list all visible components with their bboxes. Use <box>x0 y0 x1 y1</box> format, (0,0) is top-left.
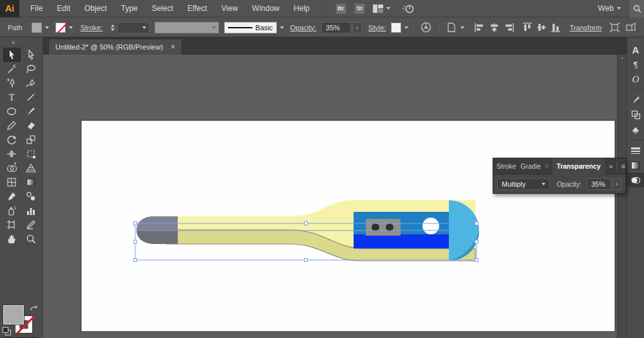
type-tool[interactable]: T <box>3 90 21 104</box>
paintbrush-tool[interactable] <box>23 104 40 118</box>
perspective-grid-tool[interactable] <box>23 161 40 175</box>
lasso-tool[interactable] <box>23 62 40 76</box>
stroke-swatch[interactable] <box>55 23 66 33</box>
valign-bottom-button[interactable] <box>551 23 560 32</box>
align-center-button[interactable] <box>489 23 499 32</box>
opacity-link[interactable]: Opacity: <box>290 24 316 32</box>
default-fill-stroke-icon[interactable] <box>3 327 11 335</box>
opacity-field[interactable]: 35% <box>321 22 351 33</box>
vertical-scrollbar[interactable]: ^ <box>617 55 627 338</box>
chevron-down-icon[interactable] <box>69 26 73 29</box>
zoom-tool[interactable] <box>23 232 40 246</box>
blend-tool[interactable] <box>23 189 40 203</box>
button-dot-left[interactable] <box>372 223 379 231</box>
swap-fill-stroke-icon[interactable] <box>29 305 38 313</box>
paragraph-panel-button[interactable]: ¶ <box>627 57 644 72</box>
valign-top-button[interactable] <box>523 23 532 32</box>
workspace-switcher[interactable]: Web <box>598 4 621 13</box>
chevron-down-icon[interactable] <box>45 26 49 29</box>
magic-wand-tool[interactable] <box>3 62 21 76</box>
blend-mode-dropdown[interactable]: Multiply <box>497 178 550 190</box>
style-swatch[interactable] <box>391 23 401 33</box>
label-button-panel-shape[interactable] <box>366 219 401 236</box>
panel-menu-icon[interactable]: ≡ <box>621 162 625 170</box>
valign-middle-button[interactable] <box>537 23 546 32</box>
panel-opacity-field[interactable]: 35% <box>587 178 611 190</box>
pen-tool[interactable] <box>3 76 21 90</box>
button-dot-right[interactable] <box>386 223 393 231</box>
width-profile-dropdown[interactable] <box>155 22 219 33</box>
handle-top-center[interactable] <box>305 222 308 225</box>
ellipse-tool[interactable] <box>3 104 21 118</box>
arrange-documents-button[interactable] <box>373 5 390 13</box>
slice-tool[interactable] <box>23 218 40 232</box>
width-tool[interactable] <box>3 147 21 161</box>
stock-button[interactable]: St <box>354 3 365 14</box>
brush-definition-dropdown[interactable]: Basic <box>224 22 277 33</box>
close-icon[interactable]: × <box>171 42 175 52</box>
bridge-button[interactable]: Br <box>336 3 346 14</box>
curvature-tool[interactable] <box>23 76 40 90</box>
menu-file[interactable]: File <box>23 0 50 17</box>
menu-object[interactable]: Object <box>77 0 114 17</box>
artboard-canvas[interactable] <box>43 55 617 338</box>
transparency-panel-button[interactable] <box>627 173 644 187</box>
tab-stroke[interactable]: Stroke <box>497 162 516 170</box>
collapse-panel-button[interactable]: « <box>0 37 43 46</box>
eyedropper-tool[interactable] <box>3 189 21 203</box>
free-transform-tool[interactable] <box>23 147 40 161</box>
column-graph-tool[interactable] <box>23 203 40 218</box>
handle-bottom-left[interactable] <box>134 259 137 262</box>
menu-edit[interactable]: Edit <box>50 0 77 17</box>
menu-help[interactable]: Help <box>287 0 317 17</box>
chevron-down-icon[interactable] <box>280 26 284 29</box>
symbol-sprayer-tool[interactable] <box>3 203 21 218</box>
isolate-selected-object-button[interactable] <box>446 22 464 33</box>
document-tab[interactable]: Untitled-2* @ 50% (RGB/Preview) × <box>48 39 182 55</box>
opentype-panel-button[interactable]: O <box>627 72 644 87</box>
scroll-up-icon[interactable]: ^ <box>618 55 627 62</box>
artboard-tool[interactable] <box>3 218 21 232</box>
selection-tool[interactable] <box>3 48 21 62</box>
menu-select[interactable]: Select <box>145 0 180 17</box>
handle-mid-left[interactable] <box>134 240 137 243</box>
menu-effect[interactable]: Effect <box>180 0 214 17</box>
dock-grip[interactable] <box>630 40 641 41</box>
handle-mid-right[interactable] <box>475 240 478 243</box>
canvas-pasteboard[interactable] <box>43 55 617 338</box>
stroke-panel-button[interactable] <box>627 143 644 158</box>
hand-tool[interactable] <box>3 232 21 246</box>
panel-opacity-flyout-button[interactable]: › <box>612 178 621 190</box>
handle-bottom-center[interactable] <box>305 259 308 262</box>
artboards-panel-button[interactable] <box>627 108 644 122</box>
mesh-tool[interactable] <box>3 175 21 189</box>
gpu-performance-button[interactable] <box>402 3 415 14</box>
scale-tool[interactable] <box>23 133 40 147</box>
line-segment-tool[interactable] <box>23 90 40 104</box>
character-panel-button[interactable]: A <box>627 42 644 57</box>
menu-type[interactable]: Type <box>114 0 145 17</box>
stroke-weight-stepper[interactable] <box>111 24 115 31</box>
menu-window[interactable]: Window <box>245 0 287 17</box>
panel-overflow-icon[interactable]: » <box>609 162 613 170</box>
tab-gradient[interactable]: Gradie <box>520 162 541 170</box>
stroke-panel-link[interactable]: Stroke: <box>80 24 103 32</box>
direct-selection-tool[interactable] <box>23 48 40 62</box>
fill-swatch[interactable] <box>32 23 42 33</box>
rotate-tool[interactable] <box>3 133 21 147</box>
stroke-weight-dropdown[interactable] <box>117 22 149 33</box>
transform-link[interactable]: Transform <box>569 24 601 32</box>
brushes-panel-button[interactable] <box>627 93 644 108</box>
handle-top-left[interactable] <box>134 222 137 225</box>
handle-bottom-right[interactable] <box>475 259 478 262</box>
show-bounding-box-button[interactable] <box>609 22 620 33</box>
shape-widget-button[interactable] <box>625 22 636 33</box>
chevron-down-icon[interactable] <box>404 26 408 29</box>
search-button[interactable] <box>630 0 644 17</box>
align-left-button[interactable] <box>475 23 484 32</box>
gradient-tool[interactable] <box>23 175 40 189</box>
symbols-panel-button[interactable]: ♣ <box>627 122 644 137</box>
recolor-artwork-button[interactable] <box>421 22 431 33</box>
tab-transparency[interactable]: Transparency <box>553 158 604 174</box>
menu-view[interactable]: View <box>214 0 245 17</box>
